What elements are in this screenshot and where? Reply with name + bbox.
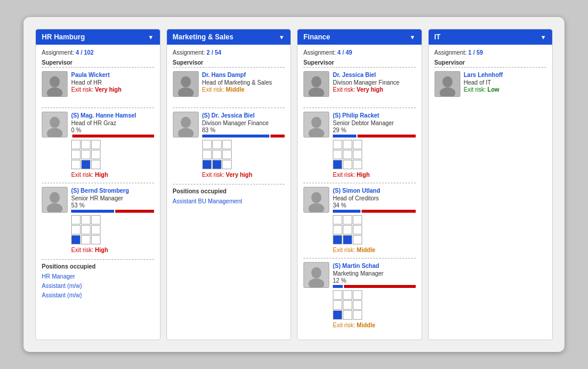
grid-cell: [81, 150, 91, 159]
progress-bar: [71, 135, 154, 137]
grid-cell: [222, 140, 232, 149]
grid-cell: [81, 225, 91, 234]
positions-occupied-label: Positions occupied: [173, 188, 285, 194]
grid-cell: [343, 150, 352, 159]
column-title: Finance: [303, 33, 330, 41]
successor-card: (S) Philip Racket Senior Debtor Manager …: [303, 112, 416, 178]
grid-cell: [353, 235, 362, 244]
supervisor-role: Divison Manager Finance: [333, 79, 416, 86]
svg-point-10: [181, 76, 191, 88]
grid-cell: [333, 300, 342, 310]
avatar: [173, 71, 199, 97]
supervisor-info: Paula Wickert Head of HR Exit risk: Very…: [71, 71, 154, 93]
assignment-line: Assignment: 1 / 59: [435, 49, 547, 56]
grid-box: [71, 215, 154, 244]
avatar: [435, 71, 460, 97]
position-item: HR Manager: [42, 272, 154, 281]
dropdown-arrow-icon[interactable]: ▼: [279, 34, 285, 41]
supervisor-card: Dr. Jessica Biel Divison Manager Finance…: [303, 71, 416, 102]
avatar: [42, 187, 68, 213]
avatar: [303, 112, 329, 137]
svg-point-28: [442, 76, 452, 88]
grid-cell: [91, 160, 101, 169]
app-container: HR Hamburg ▼ Assignment: 4 / 102Supervis…: [24, 17, 564, 352]
column-header-finance[interactable]: Finance ▼: [298, 29, 422, 45]
supervisor-role: Head of IT: [464, 79, 547, 86]
grid-cell: [343, 160, 352, 169]
progress-bar: [333, 285, 416, 288]
grid-box: [202, 140, 285, 169]
assignment-value: 4 / 102: [76, 49, 94, 56]
grid-cell: [333, 160, 342, 169]
successor-name: (S) Bernd Stromberg: [71, 187, 154, 194]
supervisor-exit-risk: Exit risk: Low: [464, 86, 547, 93]
successor-exit-risk: Exit risk: Middle: [333, 322, 416, 328]
progress-bar: [333, 135, 416, 137]
successor-exit-risk: Exit risk: High: [71, 172, 154, 178]
supervisor-card: Lars Lehnhoff Head of IT Exit risk: Low: [435, 71, 547, 102]
grid-cell: [202, 140, 212, 149]
grid-cell: [202, 160, 212, 169]
exit-risk-value: High: [95, 172, 108, 178]
assignment-value: 1 / 59: [468, 49, 483, 56]
assignment-line: Assignment: 4 / 102: [42, 49, 154, 56]
dropdown-arrow-icon[interactable]: ▼: [148, 34, 154, 41]
grid-cell: [343, 235, 352, 244]
successor-card: (S) Mag. Hanne Hamsel Head of HR Graz 0 …: [42, 112, 154, 178]
exit-risk-value: Middle: [226, 86, 245, 93]
successor-card: (S) Simon Utland Head of Creditors 34 % …: [303, 187, 416, 253]
exit-risk-value: Very high: [95, 86, 122, 93]
grid-cell: [333, 225, 342, 234]
successor-role: Marketing Manager: [333, 270, 416, 277]
avatar: [303, 262, 329, 288]
svg-point-22: [311, 192, 321, 203]
grid-cell: [91, 225, 101, 234]
grid-cell: [353, 140, 362, 149]
successor-card: (S) Dr. Jessica Biel Divison Manager Fin…: [173, 112, 285, 178]
assignment-line: Assignment: 4 / 49: [303, 49, 416, 56]
supervisor-exit-risk: Exit risk: Very high: [71, 86, 154, 93]
successor-card: (S) Bernd Stromberg Senior HR Manager 53…: [42, 187, 154, 253]
column-finance: Finance ▼ Assignment: 4 / 49Supervisor D…: [297, 29, 422, 340]
grid-cell: [212, 140, 222, 149]
avatar: [303, 71, 329, 97]
position-item: Assistant BU Management: [173, 197, 285, 206]
column-it: IT ▼ Assignment: 1 / 59Supervisor Lars L…: [428, 29, 553, 340]
exit-risk-value: Middle: [357, 247, 376, 253]
successor-role: Head of Creditors: [333, 194, 416, 202]
svg-point-25: [311, 267, 321, 279]
dropdown-arrow-icon[interactable]: ▼: [540, 34, 546, 41]
svg-point-4: [49, 117, 59, 128]
column-header-it[interactable]: IT ▼: [429, 29, 553, 45]
position-item: Assistant (m/w): [42, 281, 154, 291]
supervisor-label: Supervisor: [42, 59, 154, 68]
successor-info: (S) Simon Utland Head of Creditors 34 % …: [333, 187, 416, 253]
column-header-marketing-sales[interactable]: Marketing & Sales ▼: [167, 29, 291, 45]
avatar: [42, 112, 68, 137]
supervisor-exit-risk: Exit risk: Very high: [333, 86, 416, 93]
column-header-hr-hamburg[interactable]: HR Hamburg ▼: [36, 29, 160, 45]
successor-exit-risk: Exit risk: Very high: [202, 172, 285, 178]
exit-risk-value: High: [95, 247, 108, 253]
supervisor-name: Dr. Jessica Biel: [333, 71, 416, 79]
grid-cell: [91, 215, 101, 224]
supervisor-label: Supervisor: [435, 59, 547, 68]
grid-box: [333, 140, 416, 169]
column-marketing-sales: Marketing & Sales ▼ Assignment: 2 / 54Su…: [166, 29, 292, 340]
column-body-finance: Assignment: 4 / 49Supervisor Dr. Jessica…: [298, 45, 422, 340]
grid-cell: [71, 235, 81, 244]
grid-cell: [202, 150, 212, 159]
column-title: Marketing & Sales: [173, 33, 233, 41]
supervisor-info: Dr. Hans Dampf Head of Marketing & Sales…: [202, 71, 285, 93]
supervisor-role: Head of Marketing & Sales: [202, 79, 285, 86]
grid-cell: [333, 235, 342, 244]
svg-point-19: [311, 117, 321, 128]
supervisor-name: Paula Wickert: [71, 71, 154, 79]
progress-bar: [202, 135, 285, 137]
dropdown-arrow-icon[interactable]: ▼: [410, 34, 416, 41]
successor-role: Senior Debtor Manager: [333, 119, 416, 127]
exit-risk-value: Very high: [357, 86, 383, 93]
supervisor-role: Head of HR: [71, 79, 154, 86]
assignment-value: 4 / 49: [338, 49, 352, 56]
position-item: Assistant (m/w): [42, 291, 154, 300]
